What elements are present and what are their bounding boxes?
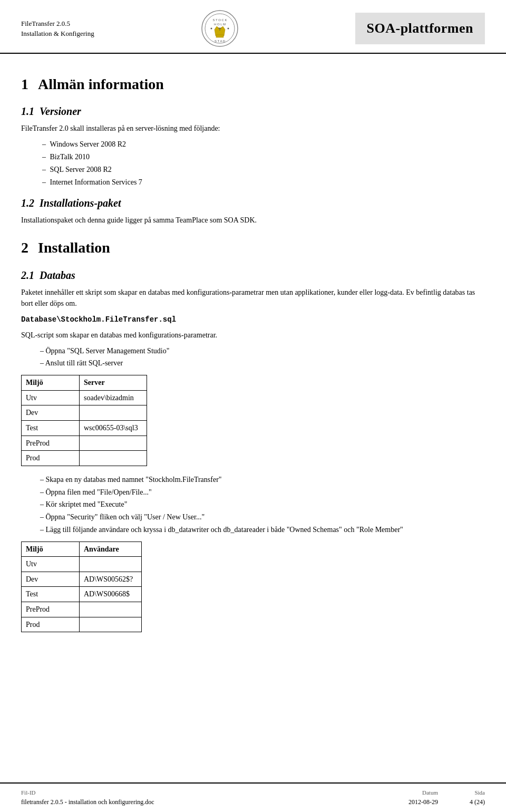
section12-text: Installationspaket och denna guide ligge… (21, 215, 485, 226)
table-cell: Prod (22, 451, 80, 466)
footer-page: 4 (24) (470, 798, 485, 807)
list-item: Skapa en ny databas med namnet "Stockhol… (40, 473, 485, 486)
svg-text:S T O C K: S T O C K (213, 18, 227, 22)
section21-bullets1: Öppna "SQL Server Management Studio" Ans… (40, 345, 485, 370)
table-row: Prod (22, 617, 142, 632)
list-item: SQL Server 2008 R2 (42, 163, 485, 176)
table-cell: Utv (22, 390, 80, 405)
section21-heading: 2.1Databas (21, 268, 485, 283)
table-cell (80, 617, 142, 632)
header: FileTransfer 2.0.5 Installation & Konfig… (0, 0, 506, 54)
header-title: FileTransfer 2.0.5 Installation & Konfig… (21, 18, 94, 39)
section11-heading: 1.1Versioner (21, 104, 485, 119)
table-row: Dev (22, 405, 147, 421)
table-cell: Prod (22, 617, 80, 632)
code-desc: SQL-script som skapar en databas med kon… (21, 330, 485, 341)
list-item: BizTalk 2010 (42, 151, 485, 163)
section21-title: Databas (40, 269, 75, 281)
section12-title: Installations-paket (40, 197, 121, 209)
list-item: Öppna "SQL Server Management Studio" (40, 345, 485, 357)
table-cell (80, 451, 147, 466)
footer-page-label: Sida (470, 789, 485, 797)
list-item: Öppna filen med "File/Open/File..." (40, 486, 485, 499)
table-cell: AD\WS00668$ (80, 587, 142, 602)
table-cell: Test (22, 587, 80, 602)
header-title-line2: Installation & Konfigering (21, 28, 94, 39)
section11-intro: FileTransfer 2.0 skall installeras på en… (21, 123, 485, 134)
footer-fileid: filetransfer 2.0.5 - installation och ko… (21, 798, 154, 807)
svg-text:H O L M: H O L M (214, 23, 226, 26)
table-cell (80, 405, 147, 421)
svg-rect-5 (216, 35, 223, 37)
list-item: Anslut till rätt SQL-server (40, 357, 485, 370)
section1-heading: 1Allmän information (21, 74, 485, 94)
table-row: Utvsoadev\bizadmin (22, 390, 147, 405)
svg-point-9 (211, 28, 212, 30)
section12-heading: 1.2Installations-paket (21, 196, 485, 210)
table-cell: Dev (22, 405, 80, 421)
table-cell: soadev\bizadmin (80, 390, 147, 405)
table-cell: Test (22, 420, 80, 436)
user-table: Miljö Användare UtvDevAD\WS00562$?TestAD… (21, 542, 142, 633)
section1-number: 1 (21, 76, 28, 92)
table-row: Prod (22, 451, 147, 466)
footer-page-col: Sida 4 (24) (470, 789, 485, 807)
table-cell (80, 557, 142, 572)
list-item: Öppna "Security" fliken och välj "User /… (40, 511, 485, 524)
footer-date-col: Datum 2012-08-29 (408, 789, 438, 807)
footer-right: Datum 2012-08-29 Sida 4 (24) (408, 789, 485, 807)
table-cell: wsc00655-03\sql3 (80, 420, 147, 436)
table-header-miljo: Miljö (22, 375, 80, 391)
section2-title: Installation (38, 239, 110, 256)
section21-intro: Paketet innehåller ett skript som skapar… (21, 287, 485, 309)
table-row: PreProd (22, 436, 147, 451)
table-row: Utv (22, 557, 142, 572)
svg-point-10 (228, 28, 229, 30)
table-cell: Utv (22, 557, 80, 572)
table-cell: AD\WS00562$? (80, 572, 142, 587)
main-content: 1Allmän information 1.1Versioner FileTra… (0, 54, 506, 782)
footer-date-label: Datum (408, 789, 438, 797)
section11-number: 1.1 (21, 105, 34, 117)
section2-number: 2 (21, 239, 28, 256)
footer: Fil-ID filetransfer 2.0.5 - installation… (0, 782, 506, 812)
list-item: Windows Server 2008 R2 (42, 138, 485, 151)
table-row: Testwsc00655-03\sql3 (22, 420, 147, 436)
header-brand: SOA-plattformen (355, 13, 485, 44)
code-label: Database\Stockholm.FileTransfer.sql (21, 314, 485, 325)
list-item: Lägg till följande användare och kryssa … (40, 524, 485, 536)
footer-fileid-label: Fil-ID (21, 789, 154, 797)
stockholm-logo: S T O C K H O L M S T A D (201, 9, 239, 47)
section21-bullets2: Skapa en ny databas med namnet "Stockhol… (40, 473, 485, 536)
list-item: Internet Information Services 7 (42, 176, 485, 189)
table-row: PreProd (22, 602, 142, 617)
svg-text:S T A D: S T A D (215, 40, 226, 43)
table-cell (80, 602, 142, 617)
table-row: TestAD\WS00668$ (22, 587, 142, 602)
section1-title: Allmän information (38, 76, 164, 92)
table-header-anvandare: Användare (80, 542, 142, 557)
footer-left: Fil-ID filetransfer 2.0.5 - installation… (21, 789, 154, 807)
list-item: Kör skriptet med "Execute" (40, 498, 485, 511)
table-header-server: Server (80, 375, 147, 391)
section2-heading: 2Installation (21, 237, 485, 258)
page: FileTransfer 2.0.5 Installation & Konfig… (0, 0, 506, 812)
table-cell: Dev (22, 572, 80, 587)
header-logo-area: S T O C K H O L M S T A D (201, 9, 248, 47)
table-cell (80, 436, 147, 451)
table-header-miljo2: Miljö (22, 542, 80, 557)
section21-number: 2.1 (21, 269, 34, 281)
section11-title: Versioner (40, 105, 81, 117)
table-cell: PreProd (22, 436, 80, 451)
server-table: Miljö Server Utvsoadev\bizadminDevTestws… (21, 375, 147, 466)
table-cell: PreProd (22, 602, 80, 617)
footer-date: 2012-08-29 (408, 798, 438, 807)
section11-bullets: Windows Server 2008 R2 BizTalk 2010 SQL … (42, 138, 485, 188)
header-title-line1: FileTransfer 2.0.5 (21, 18, 94, 29)
table-row: DevAD\WS00562$? (22, 572, 142, 587)
section12-number: 1.2 (21, 197, 34, 209)
